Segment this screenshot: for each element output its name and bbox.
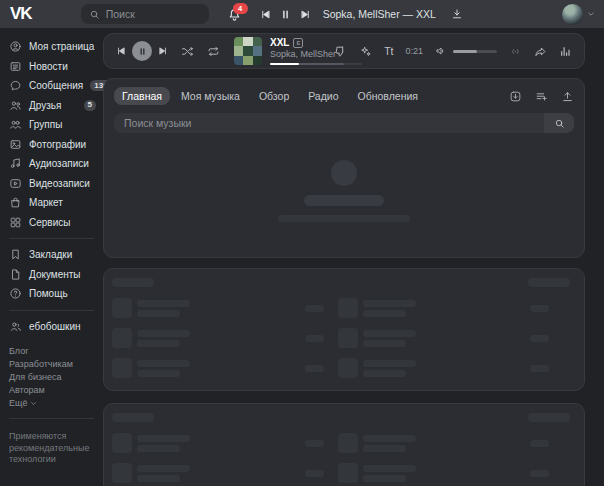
sidebar-divider [9,418,94,419]
link-authors[interactable]: Авторам [9,385,45,395]
music-search-bar [114,113,574,133]
notifications-button[interactable]: 4 [227,7,242,22]
friends-count-badge: 5 [84,100,96,111]
account-menu[interactable] [562,4,595,25]
track-title[interactable]: XXL [270,37,289,48]
music-tabs: Главная Моя музыка Обзор Радио Обновлени… [114,87,574,105]
miniplayer-controls [260,9,311,20]
skeleton-section-action [528,413,570,422]
broadcast-icon [509,45,522,58]
equalizer-bars-icon [559,45,572,58]
skeleton-track-row [112,298,324,318]
sidebar-item-my-page[interactable]: Моя страница [9,37,103,57]
video-icon [9,177,22,190]
dislike-button[interactable] [334,45,347,58]
equalizer-button[interactable] [559,45,572,58]
search-icon [554,118,565,129]
track-artists[interactable]: Sopka, MellSher [270,49,334,60]
player-prev-button[interactable] [116,46,126,56]
main-content: XXL E Sopka, MellSher Tt 0:21 Г [103,28,585,486]
repeat-button[interactable] [207,45,220,58]
sidebar-item-documents[interactable]: Документы [9,265,103,285]
skeleton-header [112,413,576,422]
link-business[interactable]: Для бизнеса [9,372,62,382]
link-more[interactable]: Ещё [9,398,103,408]
share-button[interactable] [534,45,547,58]
vk-logo[interactable]: VK [10,4,32,24]
upload-audio-button[interactable] [561,90,574,103]
volume-control [435,45,497,57]
sparkles-icon [359,45,372,58]
sidebar-item-community[interactable]: ебобошкин [9,317,103,337]
download-icon [451,8,463,20]
explicit-badge: E [293,38,303,48]
shuffle-button[interactable] [181,45,194,58]
save-music-button[interactable] [509,90,522,103]
player-next-button[interactable] [158,46,168,56]
sidebar-item-news[interactable]: Новости [9,57,103,77]
sidebar-item-help[interactable]: Помощь [9,284,103,304]
speaker-icon[interactable] [435,45,447,57]
music-search-input[interactable] [114,117,544,129]
progress-bar[interactable] [270,63,362,65]
skeleton-track-row [338,433,550,453]
skeleton-track-row [112,433,324,453]
skeleton-header [112,278,576,287]
sidebar-item-services[interactable]: Сервисы [9,213,103,233]
miniplayer-prev-button[interactable] [260,9,271,20]
shuffle-icon [181,45,194,58]
skeleton-circle [331,160,357,186]
sidebar-footer-links: Блог Разработчикам Для бизнеса Авторам [9,346,103,395]
tab-my-music[interactable]: Моя музыка [173,87,248,105]
top-bar: VK 4 Sopka, MellSher — XXL [0,0,604,28]
sidebar-item-market[interactable]: Маркет [9,193,103,213]
skeleton-track-grid [112,433,576,483]
profile-icon [9,40,22,53]
tab-updates[interactable]: Обновления [350,87,426,105]
audio-player-bar: XXL E Sopka, MellSher Tt 0:21 [103,33,585,69]
link-developers[interactable]: Разработчикам [9,359,73,369]
skeleton-title-bar [304,195,384,206]
download-track-button[interactable] [451,8,463,20]
skeleton-track-row [338,328,550,348]
playlist-add-icon [535,90,548,103]
sidebar-item-groups[interactable]: Группы [9,115,103,135]
skeleton-subtitle-line [278,215,410,222]
album-art[interactable] [234,37,262,65]
tab-explore[interactable]: Обзор [251,87,297,105]
sidebar-item-messages[interactable]: Сообщения 130 [9,76,103,96]
volume-slider[interactable] [453,50,497,53]
global-search-input[interactable] [106,8,201,20]
lyrics-button[interactable]: Tt [384,46,393,57]
miniplayer-pause-button[interactable] [280,9,291,20]
miniplayer-track-label[interactable]: Sopka, MellSher — XXL [323,8,436,20]
audio-icon [9,157,22,170]
sidebar-item-photos[interactable]: Фотографии [9,135,103,155]
link-blog[interactable]: Блог [9,346,28,356]
miniplayer-next-button[interactable] [300,9,311,20]
skeleton-section-action [528,278,570,287]
sidebar-item-audio[interactable]: Аудиозаписи [9,154,103,174]
player-pause-button[interactable] [132,41,152,61]
skeleton-section-title [112,413,154,422]
sidebar-item-video[interactable]: Видеозаписи [9,174,103,194]
music-search-button[interactable] [544,113,574,133]
sidebar-item-friends[interactable]: Друзья 5 [9,96,103,116]
share-arrow-icon [534,45,547,58]
thumbs-down-icon [334,45,347,58]
player-right-controls: Tt 0:21 [334,45,572,58]
sidebar-item-bookmarks[interactable]: Закладки [9,245,103,265]
tab-main[interactable]: Главная [114,87,170,105]
add-playlist-button[interactable] [535,90,548,103]
pause-icon [138,47,147,56]
groups-icon [9,118,22,131]
messages-icon [9,79,22,92]
friends-icon [9,99,22,112]
sidebar: Моя страница Новости Сообщения 130 Друзь… [0,28,103,486]
volume-fill [453,50,477,53]
sidebar-divider [9,238,94,239]
global-search[interactable] [81,4,209,24]
broadcast-button[interactable] [509,45,522,58]
tab-radio[interactable]: Радио [300,87,346,105]
effects-button[interactable] [359,45,372,58]
